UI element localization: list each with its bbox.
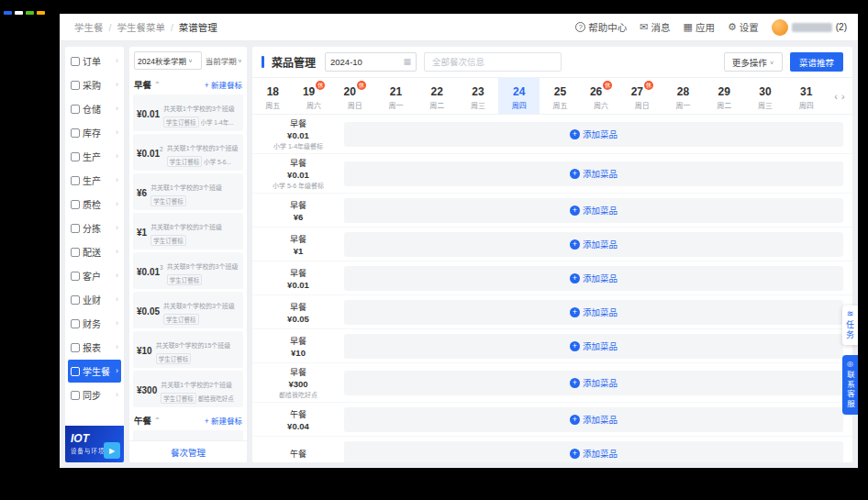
meal-row: 午餐 ¥0.04 + 添加菜品: [252, 403, 852, 437]
message-icon: ✉: [640, 22, 648, 32]
task-widget[interactable]: ≋ 任务: [842, 306, 858, 345]
calendar-day-date: 18: [267, 85, 279, 98]
collapse-icon[interactable]: ⌃: [154, 417, 161, 425]
add-dish-button[interactable]: + 添加菜品: [570, 306, 618, 318]
calendar-day[interactable]: 24 周四: [498, 78, 540, 114]
meal-group-name: 早餐: [134, 78, 151, 91]
nav-item[interactable]: 分拣 ›: [68, 217, 121, 239]
add-dish-button[interactable]: + 添加菜品: [570, 339, 618, 352]
breadcrumb-item[interactable]: 学生餐菜单: [104, 20, 165, 34]
add-dish-bar: + 添加菜品: [344, 441, 843, 463]
apps-link[interactable]: ▦ 应用: [683, 20, 714, 34]
semester-filter[interactable]: 当前学期 ∨: [206, 55, 242, 66]
nav-item[interactable]: 配送 ›: [68, 240, 121, 263]
meal-standard-card[interactable]: ¥10 共关联8个学校的15个班级 学生订餐标: [133, 331, 243, 368]
nav-item[interactable]: 报表 ›: [68, 336, 121, 359]
meal-standard-info: 共关联8个学校的3个班级 学生订餐标: [150, 217, 239, 246]
nav-item[interactable]: 生产 ›: [68, 169, 121, 192]
calendar-day[interactable]: 18 周五: [252, 78, 294, 114]
meal-row-type: 早餐: [254, 335, 342, 347]
meal-filter-input[interactable]: [430, 56, 555, 68]
meal-standard-count-sup: 3: [160, 264, 163, 271]
add-dish-button[interactable]: + 添加菜品: [570, 272, 618, 284]
calendar-day[interactable]: 19休 周六: [294, 78, 335, 114]
add-dish-button[interactable]: + 添加菜品: [570, 376, 618, 389]
rest-day-badge: 休: [357, 81, 366, 90]
add-dish-button[interactable]: + 添加菜品: [570, 447, 618, 460]
contact-service-button[interactable]: ◎ 联系客服: [842, 355, 858, 415]
calendar-day[interactable]: 29 周二: [704, 78, 745, 114]
calendar-days: 18 周五 19休 周六 20休 周日: [252, 78, 827, 114]
nav-item[interactable]: 仓储 ›: [68, 97, 121, 120]
meal-standard-info: 共关联1个学校的3个班级 学生订餐标 小学 1-4年...: [163, 98, 239, 128]
nav-item[interactable]: 采购 ›: [68, 73, 121, 96]
meal-row: 早餐 ¥10 + 添加菜品: [252, 329, 852, 363]
apps-label: 应用: [696, 20, 715, 34]
calendar-day[interactable]: 25 周五: [540, 78, 581, 114]
calendar-strip: 18 周五 19休 周六 20休 周日: [252, 78, 852, 115]
meal-row-type: 早餐: [254, 157, 342, 169]
add-dish-button[interactable]: + 添加菜品: [570, 128, 618, 140]
add-dish-button[interactable]: + 添加菜品: [570, 238, 618, 250]
nav-item[interactable]: 财务 ›: [68, 312, 121, 335]
calendar-day[interactable]: 21 周一: [375, 78, 417, 114]
meal-row-type: 早餐: [254, 233, 342, 245]
new-meal-standard-link[interactable]: + 新建餐标: [205, 415, 242, 426]
nav-item[interactable]: 学生餐 ›: [68, 360, 121, 383]
calendar-day-week: 周日: [621, 100, 662, 110]
nav-item[interactable]: 订单 ›: [68, 50, 121, 72]
meal-standard-card[interactable]: ¥0.05 共关联8个学校的3个班级 学生订餐标: [133, 292, 243, 328]
meal-standard-price: ¥300: [137, 381, 157, 397]
help-center-link[interactable]: ? 帮助中心: [575, 20, 627, 34]
calendar-day[interactable]: 30 周三: [745, 78, 786, 114]
meal-standard-card[interactable]: ¥6 共关联1个学校的3个班级 学生订餐标: [133, 173, 243, 210]
sorting-icon: [71, 224, 80, 233]
calendar-day[interactable]: 27休 周日: [621, 78, 662, 114]
calendar-day[interactable]: 23 周三: [458, 78, 499, 114]
calendar-day[interactable]: 28 周一: [662, 78, 704, 114]
calendar-next-icon[interactable]: ›: [841, 91, 845, 102]
add-dish-button[interactable]: + 添加菜品: [570, 204, 618, 217]
meal-standard-card[interactable]: ¥0.01 共关联1个学校的3个班级 学生订餐标 小学 1-4年...: [133, 94, 243, 131]
nav-item[interactable]: 质检 ›: [68, 193, 121, 216]
nav-item[interactable]: 同步 ›: [68, 383, 121, 406]
meal-standard-card[interactable]: ¥300 共关联1个学校的2个班级 学生订餐标 都给我吃好点: [133, 371, 243, 407]
new-meal-standard-link[interactable]: + 新建餐标: [205, 79, 242, 90]
month-picker[interactable]: 2024-10 ▦: [325, 52, 417, 72]
add-dish-button[interactable]: + 添加菜品: [570, 413, 618, 426]
warehouse-icon: [71, 105, 80, 114]
chevron-right-icon: ›: [116, 128, 118, 137]
workspace: 订单 › 采购 › 仓储 › 库存 ›: [60, 41, 858, 468]
meal-standard-tag: 学生订餐标: [163, 314, 199, 325]
calendar-day-date: 19: [303, 85, 315, 98]
meal-standard-card[interactable]: ¥0.04 共关联2个学校的12个班级 学生订餐标: [133, 430, 243, 440]
nav-item[interactable]: 库存 ›: [68, 121, 121, 144]
user-menu[interactable]: (2): [772, 19, 847, 36]
calendar-day[interactable]: 31 周四: [785, 78, 827, 114]
meal-row-type: 午餐: [254, 408, 342, 420]
calendar-day[interactable]: 22 周二: [417, 78, 458, 114]
nav-item[interactable]: 业财 ›: [68, 288, 121, 311]
calendar-day[interactable]: 20休 周日: [334, 78, 375, 114]
semester-select[interactable]: 2024秋季学期 ∨: [134, 51, 202, 70]
messages-link[interactable]: ✉ 消息: [640, 20, 670, 34]
calendar-prev-icon[interactable]: ‹: [834, 91, 838, 102]
calendar-day-date: 30: [759, 85, 771, 98]
more-actions-button[interactable]: 更多操作 ∨: [724, 52, 783, 72]
meal-standard-card[interactable]: ¥1 共关联8个学校的3个班级 学生订餐标: [133, 213, 243, 250]
meal-standard-card[interactable]: ¥0.013 共关联8个学校的3个班级 学生订餐标: [133, 252, 243, 289]
settings-link[interactable]: ⚙ 设置: [728, 20, 759, 34]
add-dish-bar: + 添加菜品: [344, 198, 843, 223]
calendar-day[interactable]: 26休 周六: [581, 78, 622, 114]
add-dish-button[interactable]: + 添加菜品: [570, 167, 618, 180]
breadcrumb-item[interactable]: 菜谱管理: [165, 20, 217, 34]
meal-times-manage-link[interactable]: 餐次管理: [129, 440, 247, 462]
nav-item[interactable]: 生产 ›: [68, 145, 121, 168]
recipe-recommend-button[interactable]: 菜谱推荐: [790, 52, 843, 72]
meal-standard-card[interactable]: ¥0.012 共关联1个学校的3个班级 学生订餐标 小学 5-6...: [133, 134, 243, 171]
collapse-icon[interactable]: ⌃: [154, 81, 161, 89]
meal-row-price: ¥1: [254, 246, 342, 256]
breadcrumb-item[interactable]: 学生餐: [74, 20, 104, 34]
nav-item[interactable]: 客户 ›: [68, 264, 121, 287]
add-dish-label: 添加菜品: [583, 128, 618, 140]
